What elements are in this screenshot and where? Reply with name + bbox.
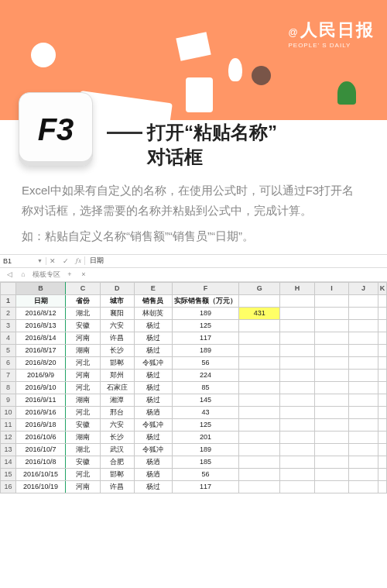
col-E[interactable]: E (134, 282, 172, 294)
cell[interactable] (239, 456, 280, 468)
cell[interactable] (239, 332, 280, 344)
cell[interactable]: 杨过 (134, 431, 172, 443)
home-icon[interactable]: ⌂ (19, 270, 28, 279)
row-header[interactable]: 15 (1, 468, 16, 480)
cell[interactable]: 安徽 (66, 418, 100, 431)
cell[interactable] (314, 332, 348, 344)
cell[interactable] (349, 431, 378, 443)
cell[interactable] (280, 431, 314, 443)
table-row[interactable]: 3 2016/8/13 安徽 六安 杨过 125 (1, 319, 387, 332)
cell[interactable]: 189 (172, 443, 238, 456)
cell[interactable] (378, 456, 386, 468)
cell[interactable] (239, 356, 280, 369)
table-row[interactable]: 1 日期 省份 城市 销售员 实际销售额（万元） (1, 294, 387, 307)
col-K[interactable]: K (378, 282, 386, 294)
cell[interactable] (280, 332, 314, 344)
cell[interactable] (280, 406, 314, 418)
cell[interactable] (239, 468, 280, 480)
cell[interactable] (314, 431, 348, 443)
cell[interactable]: 2016/8/17 (15, 344, 65, 356)
cell[interactable]: 六安 (100, 418, 134, 431)
row-header[interactable]: 3 (1, 319, 16, 332)
table-row[interactable]: 7 2016/9/9 河南 郑州 杨过 224 (1, 369, 387, 381)
col-J[interactable]: J (349, 282, 378, 294)
cell[interactable]: 湖南 (66, 431, 100, 443)
row-header[interactable]: 13 (1, 443, 16, 456)
cell[interactable]: 六安 (100, 319, 134, 332)
cell[interactable]: 56 (172, 468, 238, 480)
cell[interactable] (349, 344, 378, 356)
cell[interactable]: 杨过 (134, 332, 172, 344)
row-header[interactable]: 2 (1, 307, 16, 319)
cell[interactable] (239, 480, 280, 493)
cell[interactable]: 56 (172, 356, 238, 369)
table-row[interactable]: 10 2016/9/16 河北 邢台 杨逍 43 (1, 406, 387, 418)
cell[interactable]: 湖南 (66, 344, 100, 356)
cell[interactable] (349, 369, 378, 381)
table-row[interactable]: 15 2016/10/15 河北 邯郸 杨逍 56 (1, 468, 387, 480)
table-row[interactable]: 4 2016/8/14 河南 许昌 杨过 117 (1, 332, 387, 344)
cell[interactable]: 襄阳 (100, 307, 134, 319)
cell[interactable]: 杨过 (134, 344, 172, 356)
cell[interactable] (349, 332, 378, 344)
cell[interactable]: 2016/9/18 (15, 418, 65, 431)
cell[interactable]: 湖南 (66, 394, 100, 406)
cell[interactable]: 林朝英 (134, 307, 172, 319)
cell[interactable] (239, 431, 280, 443)
cell[interactable]: 长沙 (100, 431, 134, 443)
column-headers[interactable]: B C D E F G H I J K (1, 282, 387, 294)
cell[interactable]: 河北 (66, 381, 100, 394)
cell[interactable] (239, 319, 280, 332)
cell[interactable]: 邯郸 (100, 356, 134, 369)
row-header[interactable]: 5 (1, 344, 16, 356)
col-F[interactable]: F (172, 282, 238, 294)
cell[interactable]: 湖北 (66, 307, 100, 319)
cell[interactable]: 令狐冲 (134, 356, 172, 369)
cell[interactable] (314, 369, 348, 381)
cell[interactable]: 2016/8/13 (15, 319, 65, 332)
cell[interactable]: 安徽 (66, 456, 100, 468)
cell[interactable] (280, 319, 314, 332)
cell[interactable]: 石家庄 (100, 381, 134, 394)
cell[interactable]: 长沙 (100, 344, 134, 356)
cell[interactable]: 201 (172, 431, 238, 443)
cell[interactable] (378, 418, 386, 431)
cell[interactable]: 2016/10/15 (15, 468, 65, 480)
cell[interactable] (378, 369, 386, 381)
cell[interactable] (349, 294, 378, 307)
cell[interactable] (314, 344, 348, 356)
cell[interactable]: 湘潭 (100, 394, 134, 406)
cell[interactable] (239, 394, 280, 406)
cell[interactable] (239, 381, 280, 394)
cell[interactable]: 2016/9/9 (15, 369, 65, 381)
table-row[interactable]: 2 2016/8/12 湖北 襄阳 林朝英 189 431 (1, 307, 387, 319)
cell[interactable] (349, 319, 378, 332)
cell[interactable] (314, 394, 348, 406)
col-I[interactable]: I (314, 282, 348, 294)
cell[interactable] (280, 480, 314, 493)
row-header[interactable]: 14 (1, 456, 16, 468)
cell[interactable]: 杨逍 (134, 468, 172, 480)
name-box[interactable]: B1 ▼ (0, 257, 46, 265)
cell[interactable] (349, 480, 378, 493)
cell[interactable]: 邢台 (100, 406, 134, 418)
cell[interactable] (314, 307, 348, 319)
cell[interactable]: 城市 (100, 294, 134, 307)
cell[interactable]: 2016/9/11 (15, 394, 65, 406)
cell[interactable] (239, 418, 280, 431)
row-header[interactable]: 7 (1, 369, 16, 381)
cell[interactable]: 令狐冲 (134, 418, 172, 431)
table-row[interactable]: 16 2016/10/19 河南 许昌 杨过 117 (1, 480, 387, 493)
cell[interactable]: 2016/10/6 (15, 431, 65, 443)
cell[interactable] (280, 418, 314, 431)
cell[interactable]: 日期 (15, 294, 65, 307)
cell[interactable] (349, 456, 378, 468)
cell[interactable]: 实际销售额（万元） (172, 294, 238, 307)
spreadsheet[interactable]: B C D E F G H I J K 1 日期 省份 城市 销售员 实际销售额… (0, 282, 387, 493)
cell-result[interactable]: 431 (239, 307, 280, 319)
cell[interactable] (378, 406, 386, 418)
cell[interactable]: 85 (172, 381, 238, 394)
cell[interactable] (378, 356, 386, 369)
cell[interactable] (378, 332, 386, 344)
row-header[interactable]: 1 (1, 294, 16, 307)
